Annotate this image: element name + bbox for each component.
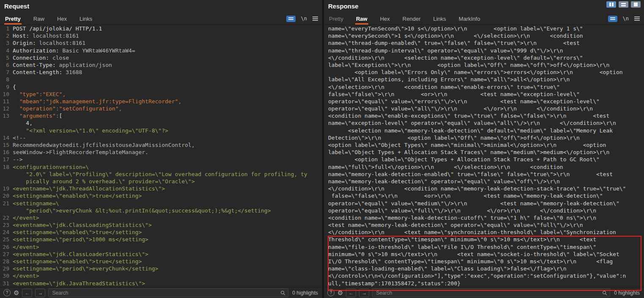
- request-editor[interactable]: 1POST /api/jolokia/ HTTP/1.12Host: local…: [0, 25, 322, 287]
- line-number: 21: [0, 200, 13, 207]
- next-match-button[interactable]: →: [359, 289, 369, 297]
- tab-hex[interactable]: Hex: [56, 13, 68, 25]
- code-line: 4Authorization: Basic YWRtaW46YWRtaW4=: [0, 47, 322, 54]
- response-tab-bar: PrettyRawHexRenderLinksMarkInfo \n: [324, 13, 644, 25]
- line-number: 24: [0, 229, 13, 236]
- code-line: pically around 2 % overhead.\" provider=…: [0, 178, 322, 185]
- code-line: <\/selection>\r\n <condition name=\"enab…: [328, 83, 644, 91]
- line-number: 10: [0, 91, 13, 98]
- previous-match-button[interactable]: ←: [346, 289, 356, 297]
- previous-match-button[interactable]: ←: [22, 289, 32, 297]
- code-line: 25<settingname=\"period\">1000 ms</setti…: [0, 236, 322, 243]
- line-number: 16: [0, 149, 13, 156]
- code-line: 27<eventname=\"jdk.ClassLoaderStatistics…: [0, 251, 322, 258]
- line-number: 8: [0, 76, 13, 83]
- tab-hex[interactable]: Hex: [379, 13, 391, 25]
- show-newlines-icon[interactable]: \n: [623, 16, 629, 22]
- request-search-bar: ? ⚙ ← → 0 highlights: [0, 287, 322, 298]
- split-columns-layout-icon[interactable]: [606, 1, 616, 8]
- code-line: 3Origin: localhost:8161: [0, 39, 322, 47]
- line-number: [0, 178, 13, 185]
- code-line: 22</event>: [0, 214, 322, 221]
- code-line: 1POST /api/jolokia/ HTTP/1.1: [0, 25, 322, 32]
- syntax-highlight-icon[interactable]: [286, 16, 296, 22]
- code-line: name=\"class-loading-enabled\" label=\"C…: [328, 265, 644, 272]
- line-number: 14: [0, 134, 13, 141]
- tab-markinfo[interactable]: MarkInfo: [458, 13, 481, 25]
- response-panel-title: Response: [324, 0, 644, 13]
- search-input[interactable]: [375, 290, 602, 296]
- tab-links[interactable]: Links: [432, 13, 447, 25]
- code-line: 18<configurationversion=\: [0, 163, 322, 171]
- tab-render[interactable]: Render: [402, 13, 422, 25]
- search-settings-gear-icon[interactable]: ⚙: [14, 290, 19, 296]
- help-icon[interactable]: ?: [3, 289, 11, 296]
- line-number: 4: [0, 47, 13, 54]
- code-line: 20<settingname=\"enabled\">true</setting…: [0, 192, 322, 199]
- next-match-button[interactable]: →: [35, 289, 45, 297]
- search-input[interactable]: [51, 290, 280, 296]
- code-line: operator=\"equal\" value=\"errors\"\/>\r…: [328, 98, 644, 105]
- tab-pretty[interactable]: Pretty: [4, 13, 22, 25]
- code-line: false=\"false\">\r\n <or>\r\n <test name…: [328, 192, 644, 199]
- code-line: 19<eventname=\"jdk.ThreadAllocationStati…: [0, 185, 322, 192]
- code-line: 28<settingname=\"enabled\">true</setting…: [0, 258, 322, 265]
- line-number: 27: [0, 251, 13, 258]
- code-line: 26</event>: [0, 243, 322, 251]
- line-number: 29: [0, 265, 13, 272]
- code-line: 12 "operation":"setConfiguration",: [0, 105, 322, 112]
- search-box[interactable]: [372, 288, 610, 297]
- code-line: Detection\">\r\n <option label=\"Off\" n…: [328, 134, 644, 141]
- tab-raw[interactable]: Raw: [355, 13, 368, 25]
- code-line: 5Connection: close: [0, 54, 322, 61]
- search-settings-gear-icon[interactable]: ⚙: [337, 290, 343, 296]
- maximized-layout-icon[interactable]: [631, 1, 641, 8]
- tab-links[interactable]: Links: [79, 13, 93, 25]
- line-number: 20: [0, 192, 13, 199]
- code-line: "<?xml version=\"1.0\" encoding=\"UTF-8\…: [0, 127, 322, 134]
- search-magnifier-icon: [280, 290, 285, 295]
- response-editor[interactable]: name=\"everyTenSecond\">10 s<\/option>\r…: [324, 25, 644, 287]
- window-layout-controls: [606, 1, 641, 8]
- help-icon[interactable]: ?: [327, 289, 334, 296]
- code-line: 29<settingname=\"period\">everyChunk</se…: [0, 265, 322, 272]
- tab-raw[interactable]: Raw: [33, 13, 45, 25]
- code-line: <selection name=\"memory-leak-detection\…: [328, 127, 644, 134]
- code-line: 16seeWindow->FlightRecorderTemplateManag…: [0, 149, 322, 156]
- line-number: [0, 127, 13, 134]
- editor-menu-icon[interactable]: [312, 17, 318, 21]
- line-number: 6: [0, 61, 13, 69]
- editor-menu-icon[interactable]: [634, 17, 640, 21]
- line-number: 9: [0, 83, 13, 91]
- code-line: <option label=\"Object Types\" name=\"mi…: [328, 141, 644, 149]
- line-number: 26: [0, 243, 13, 251]
- code-line: name=\"full\">full<\/option>\r\n <\/sele…: [328, 163, 644, 171]
- code-line: 21<settingname=\: [0, 200, 322, 207]
- line-number: 12: [0, 105, 13, 112]
- split-rows-layout-icon[interactable]: [619, 1, 628, 8]
- line-number: 22: [0, 214, 13, 221]
- line-number: 28: [0, 258, 13, 265]
- line-number: 7: [0, 69, 13, 76]
- response-panel: Response PrettyRawHexRenderLinksMarkInfo…: [324, 0, 644, 298]
- show-newlines-icon[interactable]: \n: [301, 16, 307, 22]
- highlights-count: 0 highlights: [291, 290, 319, 296]
- line-number: 5: [0, 54, 13, 61]
- search-box[interactable]: [48, 288, 288, 297]
- line-number: 3: [0, 39, 13, 47]
- tab-pretty[interactable]: Pretty: [328, 13, 344, 25]
- code-line: <\/condition>\r\n <selection name=\"exce…: [328, 54, 644, 61]
- search-magnifier-icon: [602, 290, 607, 295]
- line-number: 25: [0, 236, 13, 243]
- syntax-highlight-icon[interactable]: [608, 16, 617, 22]
- line-number: [0, 207, 13, 214]
- code-line: label=\"All Exceptions, including Errors…: [328, 76, 644, 83]
- request-panel: Request PrettyRawHexLinks \n 1POST /api/…: [0, 0, 322, 298]
- code-line: <test name=\"memory-leak-detection\" ope…: [328, 221, 644, 229]
- line-number: 15: [0, 141, 13, 149]
- code-line: 17-->: [0, 156, 322, 163]
- code-line: <\/condition>\r\n <text name=\"synchroni…: [328, 229, 644, 236]
- request-panel-title: Request: [0, 0, 322, 13]
- code-line: 15Recommendedwaytoedit.jfcfilesistouseJa…: [0, 141, 322, 149]
- request-tab-bar: PrettyRawHexLinks \n: [0, 13, 322, 25]
